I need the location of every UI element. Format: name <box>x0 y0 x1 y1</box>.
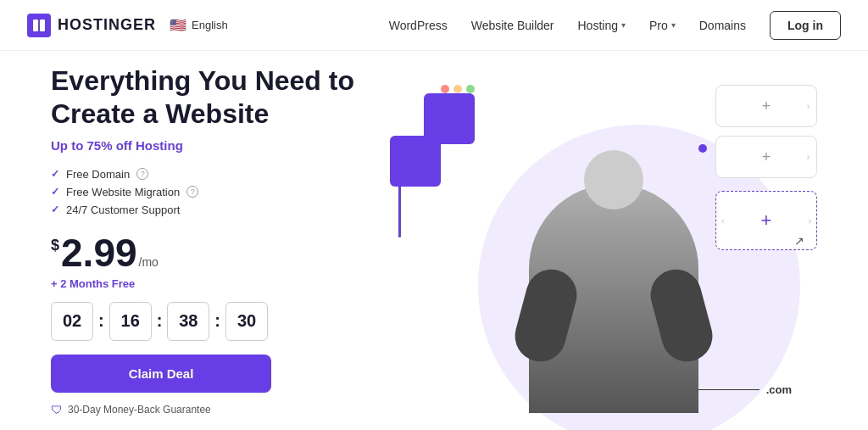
shield-icon: 🛡 <box>51 403 63 416</box>
countdown-timer: 02 : 16 : 38 : 30 <box>51 302 373 341</box>
feature-label: 24/7 Customer Support <box>66 204 180 216</box>
navbar: HOSTINGER 🇺🇸 English WordPress Website B… <box>0 0 868 51</box>
chevron-down-icon: ▾ <box>671 20 676 30</box>
browser-dot-red <box>441 85 449 93</box>
nav-wordpress[interactable]: WordPress <box>389 19 448 32</box>
subtitle-suffix: off Hosting <box>113 138 183 153</box>
feature-migration: ✓ Free Website Migration ? <box>51 186 373 198</box>
language-selector[interactable]: 🇺🇸 English <box>170 17 228 33</box>
logo: HOSTINGER <box>27 14 156 37</box>
check-icon: ✓ <box>51 186 59 198</box>
flag-icon: 🇺🇸 <box>170 17 186 33</box>
countdown-seconds: 30 <box>225 302 268 341</box>
free-months-text: + 2 Months Free <box>51 277 373 290</box>
person-image <box>529 133 698 413</box>
countdown-hours: 16 <box>109 302 152 341</box>
svg-rect-1 <box>40 20 45 31</box>
brand-name: HOSTINGER <box>58 16 156 34</box>
check-icon: ✓ <box>51 204 59 215</box>
price-dollar: $ <box>51 237 59 254</box>
login-button[interactable]: Log in <box>770 11 841 40</box>
chevron-right-icon: › <box>807 153 810 162</box>
feature-support: ✓ 24/7 Customer Support <box>51 204 373 216</box>
claim-deal-button[interactable]: Claim Deal <box>51 355 271 393</box>
cursor-icon: ↗ <box>794 234 804 248</box>
nav-domains[interactable]: Domains <box>699 19 746 32</box>
feature-label: Free Domain <box>66 168 130 181</box>
countdown-sep: : <box>98 311 104 331</box>
feature-free-domain: ✓ Free Domain ? <box>51 168 373 181</box>
chevron-right-icon: › <box>809 216 811 226</box>
help-icon[interactable]: ? <box>136 168 148 180</box>
hero-title: Everything You Need toCreate a Website <box>51 64 373 130</box>
subtitle-prefix: Up to <box>51 138 87 153</box>
plus-icon: + <box>762 98 771 115</box>
svg-rect-0 <box>33 20 38 31</box>
features-list: ✓ Free Domain ? ✓ Free Website Migration… <box>51 168 373 216</box>
feature-label: Free Website Migration <box>66 186 180 198</box>
hero-section: Everything You Need toCreate a Website U… <box>0 51 868 430</box>
nav-pro[interactable]: Pro ▾ <box>649 19 676 32</box>
hero-subtitle: Up to 75% off Hosting <box>51 138 373 153</box>
purple-square-2 <box>390 136 441 187</box>
plus-icon: + <box>761 209 772 232</box>
countdown-minutes: 38 <box>167 302 209 341</box>
ui-cards: + › + › ‹ + › ↗ <box>715 85 817 250</box>
logo-icon <box>27 14 51 37</box>
ui-card-2: + › <box>715 136 817 178</box>
price-display: $ 2.99 /mo <box>51 233 373 272</box>
browser-dot-green <box>466 85 475 93</box>
price-amount: 2.99 <box>61 233 137 272</box>
url-com: .com <box>766 383 792 396</box>
plus-icon: + <box>762 148 771 166</box>
price-period: /mo <box>139 255 159 269</box>
browser-dots <box>441 85 475 93</box>
nav-website-builder[interactable]: Website Builder <box>471 19 554 32</box>
chevron-down-icon: ▾ <box>621 20 626 30</box>
purple-dot-decoration <box>698 144 707 153</box>
countdown-days: 02 <box>51 302 93 341</box>
browser-dot-yellow <box>453 85 462 93</box>
ui-card-1: + › <box>715 85 817 127</box>
navbar-nav: WordPress Website Builder Hosting ▾ Pro … <box>389 11 841 40</box>
ui-card-large: ‹ + › ↗ <box>715 191 817 250</box>
help-icon[interactable]: ? <box>186 186 198 198</box>
chevron-right-icon: › <box>807 102 810 111</box>
chevron-left-icon: ‹ <box>721 216 724 226</box>
check-icon: ✓ <box>51 168 59 180</box>
countdown-sep: : <box>157 311 163 331</box>
guarantee-text: 30-Day Money-Back Guarantee <box>68 404 211 416</box>
vertical-line-decoration <box>398 136 401 237</box>
guarantee-badge: 🛡 30-Day Money-Back Guarantee <box>51 403 373 416</box>
discount-text: 75% <box>87 138 113 153</box>
nav-hosting[interactable]: Hosting ▾ <box>577 19 625 32</box>
hero-content: Everything You Need toCreate a Website U… <box>51 64 373 416</box>
language-label: English <box>192 19 228 31</box>
countdown-sep: : <box>214 311 220 331</box>
navbar-left: HOSTINGER 🇺🇸 English <box>27 14 228 37</box>
hero-illustration: + › + › ‹ + › ↗ www. .com <box>373 68 817 413</box>
